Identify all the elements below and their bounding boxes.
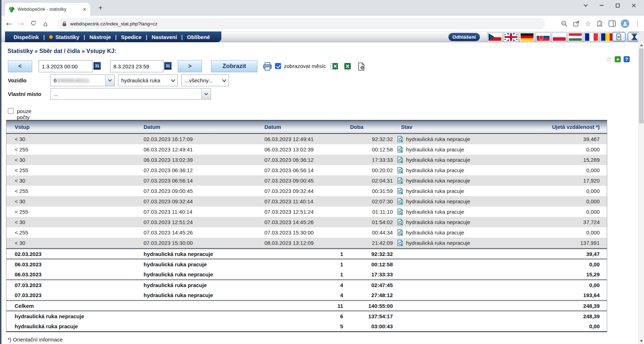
home-icon[interactable]: ⌂ — [39, 20, 51, 28]
scrollbar-up-arrow[interactable] — [639, 42, 644, 48]
share-icon[interactable] — [573, 20, 580, 27]
back-icon[interactable]: ← — [3, 20, 15, 28]
cell-vstup: < 255 — [6, 227, 138, 238]
cell-doba: 02:07:30 — [344, 196, 394, 207]
profile-avatar[interactable] — [621, 19, 629, 28]
tab-close-icon[interactable]: ✕ — [83, 7, 87, 12]
window-menu-chevron-icon[interactable] — [577, 0, 594, 11]
chevron-down-icon[interactable] — [105, 75, 114, 86]
sensor-select[interactable]: hydraulická ruka — [118, 74, 178, 86]
scope-select[interactable]: ...všechny... — [181, 74, 229, 86]
logout-button[interactable]: Odhlášení — [448, 33, 480, 42]
next-period-button[interactable]: > — [178, 60, 202, 72]
window-minimize-icon[interactable] — [594, 0, 610, 11]
flag-fr[interactable] — [584, 32, 599, 42]
side-panel-icon[interactable] — [609, 20, 616, 27]
menu-item-label: Dispečink — [14, 34, 39, 40]
col-header-datum-do[interactable]: Datum — [259, 120, 319, 134]
report-settings-gear-icon[interactable] — [357, 62, 366, 71]
menu-item-label: Nástroje — [89, 34, 111, 40]
breadcrumb-statistiky[interactable]: Statistiky — [8, 48, 33, 54]
cell-stav: hydraulická ruka pracuje — [394, 144, 537, 155]
col-header-datum-od[interactable]: Datum — [138, 120, 259, 134]
col-header-doba[interactable]: Doba — [319, 120, 394, 134]
date-to-input[interactable] — [110, 60, 163, 72]
detail-document-magnifier-icon[interactable] — [397, 177, 403, 184]
own-place-select[interactable]: ... — [50, 88, 211, 100]
print-icon[interactable] — [263, 62, 272, 71]
new-tab-button[interactable]: + — [96, 4, 105, 13]
flag-sk[interactable] — [536, 32, 551, 42]
detail-document-magnifier-icon[interactable] — [397, 146, 403, 153]
col-header-ujeta-vzdalenost[interactable]: Ujetá vzdálenost *) — [537, 120, 607, 134]
detail-document-magnifier-icon[interactable] — [397, 167, 403, 174]
col-header-vstup[interactable]: Vstup — [6, 120, 138, 134]
detail-document-magnifier-icon[interactable] — [397, 208, 403, 215]
chevron-down-icon[interactable] — [169, 75, 177, 86]
flag-de[interactable] — [520, 32, 535, 42]
show-month-label[interactable]: zobrazovat měsíc — [284, 63, 326, 69]
scrollbar-down-arrow[interactable] — [639, 338, 644, 344]
cell-doba: 00:12:58 — [344, 144, 394, 155]
url-omnibox[interactable]: webdispecink.cz/index_stat.php?lang=cz — [57, 18, 545, 29]
main-menu: Dispečink|Statistiky|Nástroje|Spedice|Na… — [5, 32, 221, 42]
daily-counts-checkbox[interactable] — [8, 108, 14, 114]
flag-hu[interactable] — [568, 32, 583, 42]
browser-tab[interactable]: Webdispečink - statistiky ✕ — [5, 3, 90, 16]
stav-text: hydraulická ruka pracuje — [406, 229, 464, 236]
browser-menu-kebab-icon[interactable]: ⋮ — [634, 20, 640, 27]
cell-datum-od: 07.03.2023 09:00:45 — [138, 186, 259, 196]
bookmark-star-icon[interactable]: ☆ — [585, 20, 591, 28]
vehicle-select[interactable]: 63359918311 — [50, 74, 115, 86]
detail-document-magnifier-icon[interactable] — [397, 136, 403, 142]
menu-item-spedice[interactable]: Spedice — [117, 34, 145, 40]
detail-document-magnifier-icon[interactable] — [397, 188, 403, 194]
cell-stav: hydraulická ruka nepracuje — [394, 238, 537, 249]
chevron-down-icon[interactable] — [220, 75, 228, 86]
show-button[interactable]: Zobrazit — [211, 60, 257, 72]
export-page-button[interactable] — [612, 32, 626, 42]
show-month-checkbox[interactable] — [275, 63, 281, 69]
flag-cz[interactable] — [487, 32, 502, 42]
date-from-input[interactable] — [39, 60, 93, 72]
table-row: < 3007.03.2023 09:32:4407.03.2023 11:40:… — [6, 196, 607, 207]
detail-document-magnifier-icon[interactable] — [397, 239, 403, 246]
app-menu-bar: Dispečink|Statistiky|Nástroje|Spedice|Na… — [0, 32, 644, 42]
cell-vstup: < 30 — [6, 134, 138, 144]
detail-document-magnifier-icon[interactable] — [397, 156, 403, 163]
detail-document-magnifier-icon[interactable] — [397, 219, 403, 226]
flag-gb[interactable] — [503, 32, 518, 42]
excel-export-icon[interactable] — [344, 62, 352, 70]
prev-period-button[interactable]: < — [8, 60, 32, 72]
calendar-from-icon[interactable]: 31 — [93, 62, 101, 70]
lock-icon — [62, 21, 67, 26]
menu-item-oblíbené[interactable]: Oblíbené — [183, 34, 213, 40]
col-header-stav[interactable]: Stav — [394, 120, 537, 134]
day-summary-row: 06.03.2023hydraulická ruka pracuje100:12… — [6, 259, 607, 270]
menu-item-statistiky[interactable]: Statistiky — [45, 34, 83, 40]
window-maximize-icon[interactable] — [610, 0, 626, 11]
reload-icon[interactable] — [27, 20, 39, 28]
excel-export-month-icon[interactable] — [330, 62, 338, 70]
detail-document-magnifier-icon[interactable] — [397, 229, 403, 236]
flag-pl[interactable] — [552, 32, 567, 42]
calendar-to-icon[interactable]: 31 — [164, 62, 172, 70]
vertical-scrollbar[interactable] — [638, 42, 644, 344]
stav-wrap: hydraulická ruka nepracuje — [394, 217, 537, 227]
table-row: < 25507.03.2023 14:45:2607.03.2023 15:30… — [6, 227, 607, 238]
cell-datum-od: 06.03.2023 13:02:39 — [138, 155, 259, 165]
site-favicon — [9, 6, 15, 13]
window-close-icon[interactable] — [626, 0, 642, 11]
zoom-icon[interactable] — [561, 20, 568, 27]
menu-item-nástroje[interactable]: Nástroje — [86, 34, 114, 40]
chevron-down-icon[interactable] — [201, 88, 211, 99]
menu-item-dispečink[interactable]: Dispečink — [10, 34, 43, 40]
breadcrumb-sber-dat[interactable]: Sběr dat / čidla — [39, 48, 80, 54]
stav-text: hydraulická ruka pracuje — [406, 167, 464, 173]
stav-text: hydraulická ruka pracuje — [406, 188, 464, 194]
extensions-puzzle-icon[interactable] — [596, 20, 604, 28]
forward-icon[interactable]: → — [15, 20, 27, 28]
scrollbar-thumb[interactable] — [639, 48, 644, 123]
detail-document-magnifier-icon[interactable] — [397, 198, 403, 205]
menu-item-nastavení[interactable]: Nastavení — [148, 34, 181, 40]
